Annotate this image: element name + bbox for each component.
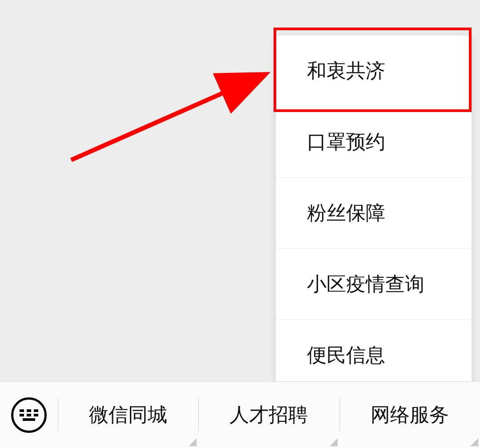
bottom-menu-label-0: 微信同城 [89, 402, 167, 428]
popup-item-0[interactable]: 和衷共济 [276, 36, 472, 107]
bottom-menu-item-1[interactable]: 人才招聘 [198, 382, 339, 448]
separator-icon [339, 398, 340, 432]
popup-menu: 和衷共济 口罩预约 粉丝保障 小区疫情查询 便民信息 [276, 36, 472, 391]
bottom-menu-item-0[interactable]: 微信同城 [58, 382, 198, 448]
bottom-menu-item-2[interactable]: 网络服务 [339, 382, 480, 448]
popup-item-2[interactable]: 粉丝保障 [276, 178, 472, 249]
submenu-indicator-icon [470, 438, 478, 446]
annotation-arrow-icon [67, 62, 276, 169]
bottom-menu-label-2: 网络服务 [371, 402, 449, 428]
bottom-menu-bar: 微信同城 人才招聘 网络服务 [0, 381, 480, 448]
submenu-indicator-icon [189, 438, 197, 446]
popup-item-4[interactable]: 便民信息 [276, 320, 472, 391]
separator-icon [58, 398, 58, 432]
separator-icon [198, 398, 199, 432]
submenu-indicator-icon [330, 438, 338, 446]
popup-item-1[interactable]: 口罩预约 [276, 107, 472, 178]
keyboard-toggle-button[interactable] [0, 382, 58, 448]
keyboard-icon [11, 397, 47, 433]
popup-item-3[interactable]: 小区疫情查询 [276, 249, 472, 320]
svg-line-1 [71, 76, 262, 160]
bottom-menu-label-1: 人才招聘 [230, 402, 308, 428]
